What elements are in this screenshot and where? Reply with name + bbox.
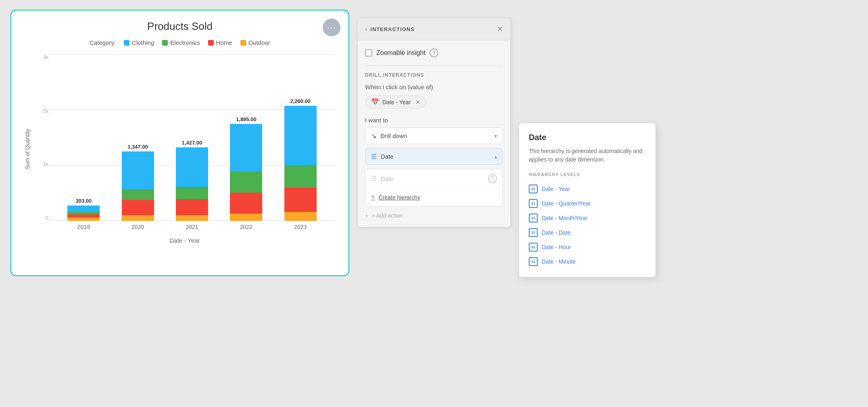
hierarchy-label-date: Date - Date: [542, 229, 571, 236]
i-want-label: I want to: [365, 117, 503, 124]
bar-seg-2022-outdoor: [230, 214, 262, 221]
hierarchy-label-year: Date - Year: [542, 186, 570, 192]
hierarchy-item-month[interactable]: 31 Date - Month/Year: [529, 211, 646, 225]
legend-item-electronics: Electronics: [162, 39, 200, 46]
hierarchy-label-minute: Date - Minute: [542, 258, 576, 265]
x-axis-title: Date - Year: [34, 237, 336, 244]
drill-down-arrow-icon: ↘: [371, 132, 376, 140]
zoomable-help-icon[interactable]: ?: [430, 48, 438, 57]
panel-header: ‹ INTERACTIONS ✕: [358, 18, 510, 40]
x-label-2019: 2019: [67, 224, 100, 230]
date-help-icon[interactable]: ?: [488, 174, 497, 183]
date-dropdown[interactable]: ☰ Date ▴: [365, 148, 503, 165]
chip-close-button[interactable]: ✕: [415, 99, 420, 105]
bars-container: 303.00 1,347.00: [48, 54, 336, 221]
y-axis-labels: 3k 2k 1k 0: [34, 54, 48, 233]
date-list-item-date[interactable]: ☰ Date ?: [365, 169, 503, 188]
bar-seg-2022-elec: [230, 172, 262, 193]
date-year-chip[interactable]: 📅 Date - Year ✕: [365, 95, 426, 109]
cal-icon-minute: 31: [529, 257, 538, 266]
bar-2022[interactable]: 1,895.00: [230, 116, 262, 221]
zoomable-row: Zoomable insight ?: [365, 48, 503, 57]
bars-grid-area: 303.00 1,347.00: [48, 54, 336, 233]
bar-seg-2020-elec: [122, 189, 154, 200]
panel-body: Zoomable insight ? DRILL INTERACTIONS Wh…: [358, 40, 510, 227]
legend-item-home: Home: [208, 39, 232, 46]
legend-dot-home: [208, 40, 214, 46]
bar-2023[interactable]: 2,260.00: [284, 98, 317, 221]
bar-seg-2022-home: [230, 193, 262, 214]
add-action-label: + Add action: [371, 212, 403, 219]
stacked-bar-2023: [284, 106, 317, 221]
cal-icon-date: 31: [529, 228, 538, 237]
y-label-2k: 2k: [43, 108, 48, 114]
hierarchy-item-date[interactable]: 31 Date - Date: [529, 225, 646, 240]
legend-label-electronics: Electronics: [170, 39, 200, 46]
x-label-2022: 2022: [230, 224, 262, 230]
hierarchy-label-quarter: Date - Quarter/Year: [542, 200, 591, 207]
bar-seg-2019-outdoor: [67, 218, 100, 221]
date-dropdown-chevron-icon: ▴: [495, 154, 497, 159]
legend-dot-clothing: [124, 40, 129, 46]
when-click-label: When I click on (value of): [365, 84, 503, 90]
stacked-bar-2022: [230, 124, 262, 221]
chip-calendar-icon: 📅: [371, 98, 379, 106]
bar-seg-2020-cloth: [122, 151, 154, 189]
bar-seg-2023-outdoor: [284, 212, 317, 221]
drill-section-title: DRILL INTERACTIONS: [365, 65, 503, 78]
x-label-2023: 2023: [284, 224, 317, 230]
bar-2019[interactable]: 303.00: [67, 198, 100, 221]
date-list-icon-date: ☰: [371, 175, 377, 183]
bar-seg-2020-home: [122, 200, 154, 215]
stacked-bar-2019: [67, 206, 100, 221]
stacked-bar-2020: [122, 151, 154, 221]
x-labels: 2019 2020 2021 2022 2023: [48, 221, 336, 233]
chart-card: ··· Products Sold Category: Clothing Ele…: [10, 10, 349, 276]
zoomable-label: Zoomable insight: [376, 49, 426, 57]
chart-inner: 3k 2k 1k 0: [34, 54, 336, 233]
create-hierarchy-button[interactable]: + Create hierarchy: [365, 188, 503, 206]
bar-seg-2021-home: [176, 199, 208, 215]
bar-seg-2023-cloth: [284, 106, 317, 165]
bar-seg-2021-cloth: [176, 147, 208, 187]
hierarchy-item-minute[interactable]: 31 Date - Minute: [529, 254, 646, 269]
panel-close-button[interactable]: ✕: [497, 25, 503, 34]
y-label-0: 0: [46, 215, 48, 221]
more-button[interactable]: ···: [323, 19, 340, 36]
y-label-3k: 3k: [43, 54, 48, 60]
popup-description: This hierarchy is generated automaticall…: [529, 147, 646, 164]
chart-body: 3k 2k 1k 0: [34, 54, 336, 244]
hierarchy-item-hour[interactable]: 31 Date - Hour: [529, 240, 646, 254]
add-action-row[interactable]: + + Add action: [365, 212, 503, 219]
bar-2021[interactable]: 1,427.00: [176, 140, 208, 221]
x-label-2021: 2021: [176, 224, 208, 230]
date-hierarchy-popup: Date This hierarchy is generated automat…: [519, 123, 656, 277]
bar-value-2023: 2,260.00: [290, 98, 311, 104]
legend-item-clothing: Clothing: [124, 39, 154, 46]
bar-seg-2021-outdoor: [176, 215, 208, 221]
date-list-item-date-left: ☰ Date: [371, 175, 394, 183]
drill-down-dropdown[interactable]: ↘ Drill down ▾: [365, 128, 503, 144]
hierarchy-section-title: HIERARCHY LEVELS: [529, 172, 646, 177]
bar-seg-2019-cloth: [67, 206, 100, 212]
hierarchy-label-hour: Date - Hour: [542, 244, 571, 250]
legend-dot-electronics: [162, 40, 168, 46]
y-label-1k: 1k: [43, 161, 48, 167]
date-list-label-date: Date: [381, 175, 394, 182]
panel-header-left: ‹ INTERACTIONS: [365, 25, 415, 33]
legend-item-outdoor: Outdoor: [240, 39, 270, 46]
hierarchy-item-year[interactable]: 31 Date - Year: [529, 182, 646, 196]
cal-icon-month: 31: [529, 214, 538, 222]
x-label-2020: 2020: [122, 224, 154, 230]
bar-2020[interactable]: 1,347.00: [122, 144, 154, 221]
bar-seg-2023-elec: [284, 165, 317, 188]
drill-down-left: ↘ Drill down: [371, 132, 407, 140]
main-container: ··· Products Sold Category: Clothing Ele…: [10, 10, 858, 397]
bar-seg-2023-home: [284, 188, 317, 212]
date-dropdown-left: ☰ Date: [371, 153, 394, 160]
zoomable-checkbox[interactable]: [365, 49, 372, 57]
panel-back-button[interactable]: ‹: [365, 25, 367, 33]
chip-label: Date - Year: [382, 99, 411, 105]
hierarchy-item-quarter[interactable]: 31 Date - Quarter/Year: [529, 196, 646, 211]
date-dropdown-label: Date: [381, 153, 394, 160]
